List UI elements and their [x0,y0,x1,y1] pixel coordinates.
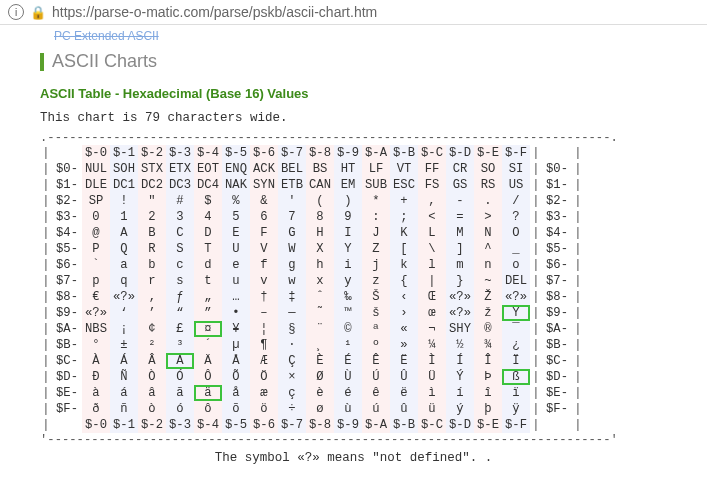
cell: 2 [138,209,166,225]
cell: CAN [306,177,334,193]
cell: r [138,273,166,289]
table-border: | [530,337,542,353]
info-icon[interactable]: i [8,4,24,20]
table-border: | [40,417,52,433]
cell: ó [166,401,194,417]
cell: BEL [278,161,306,177]
cell: X [306,241,334,257]
row-header: $E- [52,385,82,401]
col-header: $-8 [306,417,334,433]
cell: SOH [110,161,138,177]
cell: ‚ [138,289,166,305]
cell: • [222,305,250,321]
cell: < [418,209,446,225]
table-border: | [40,289,52,305]
cell: «?» [502,289,530,305]
cell: å [222,385,250,401]
breadcrumb-link[interactable]: PC Extended ASCII [54,29,667,43]
cell: A [110,225,138,241]
table-row: |$5-PQRSTUVWXYZ[\]^_|$5-| [40,241,584,257]
table-header-row: |$-0$-1$-2$-3$-4$-5$-6$-7$-8$-9$-A$-B$-C… [40,417,584,433]
cell: ¶ [250,337,278,353]
cell: î [474,385,502,401]
lock-icon: 🔒 [30,5,46,20]
cell: ´ [194,337,222,353]
table-border: | [40,385,52,401]
cell: ƒ [166,289,194,305]
table-row: |$3-0123456789:;<=>?|$3-| [40,209,584,225]
cell: ù [334,401,362,417]
row-header-right: $6- [542,257,572,273]
table-border: | [572,353,584,369]
cell: EOT [194,161,222,177]
cell: b [138,257,166,273]
cell: T [194,241,222,257]
cell: 9 [334,209,362,225]
cell: Æ [250,353,278,369]
row-header: $A- [52,321,82,337]
cell: ? [502,209,530,225]
table-border: | [40,305,52,321]
cell: ; [390,209,418,225]
table-border: | [40,337,52,353]
cell: B [138,225,166,241]
cell: $ [194,193,222,209]
rule-bottom: '---------------------------------------… [40,433,667,447]
table-border: | [530,305,542,321]
cell: ) [334,193,362,209]
rule-top: .---------------------------------------… [40,131,667,145]
table-border: | [530,145,542,161]
cell: » [390,337,418,353]
row-header-right: $C- [542,353,572,369]
row-header: $5- [52,241,82,257]
cell: 7 [278,209,306,225]
blank [52,417,82,433]
cell: x [306,273,334,289]
cell: SHY [446,321,474,337]
cell: Ù [334,369,362,385]
cell: Þ [474,369,502,385]
table-border: | [40,225,52,241]
cell: é [334,385,362,401]
cell: â [138,385,166,401]
cell: 4 [194,209,222,225]
width-note: This chart is 79 characters wide. [40,111,667,125]
cell: c [166,257,194,273]
row-header: $C- [52,353,82,369]
cell: — [278,305,306,321]
col-header: $-6 [250,145,278,161]
cell: % [222,193,250,209]
cell: y [334,273,362,289]
cell: Í [446,353,474,369]
cell: µ [222,337,250,353]
cell: ß [502,369,530,385]
table-row: |$1-DLEDC1DC2DC3DC4NAKSYNETBCANEMSUBESCF… [40,177,584,193]
table-border: | [530,241,542,257]
cell: ô [194,401,222,417]
cell: + [390,193,418,209]
col-header: $-B [390,417,418,433]
col-header: $-E [474,145,502,161]
blank [542,417,572,433]
address-bar[interactable]: i 🔒 https://parse-o-matic.com/parse/pskb… [0,0,707,25]
cell: DC3 [166,177,194,193]
cell: Ð [82,369,110,385]
cell: \ [418,241,446,257]
cell: 5 [222,209,250,225]
cell: I [334,225,362,241]
cell: ë [390,385,418,401]
cell: ETX [166,161,194,177]
cell: ` [82,257,110,273]
cell: ³ [166,337,194,353]
cell: } [446,273,474,289]
col-header: $-8 [306,145,334,161]
table-border: | [572,417,584,433]
cell: «?» [110,289,138,305]
table-row: |$F-ðñòóôõö÷øùúûüýþÿ|$F-| [40,401,584,417]
cell: Ú [362,369,390,385]
row-header: $9- [52,305,82,321]
table-row: |$4-@ABCDEFGHIJKLMNO|$4-| [40,225,584,241]
col-header: $-6 [250,417,278,433]
row-header: $F- [52,401,82,417]
row-header-right: $E- [542,385,572,401]
